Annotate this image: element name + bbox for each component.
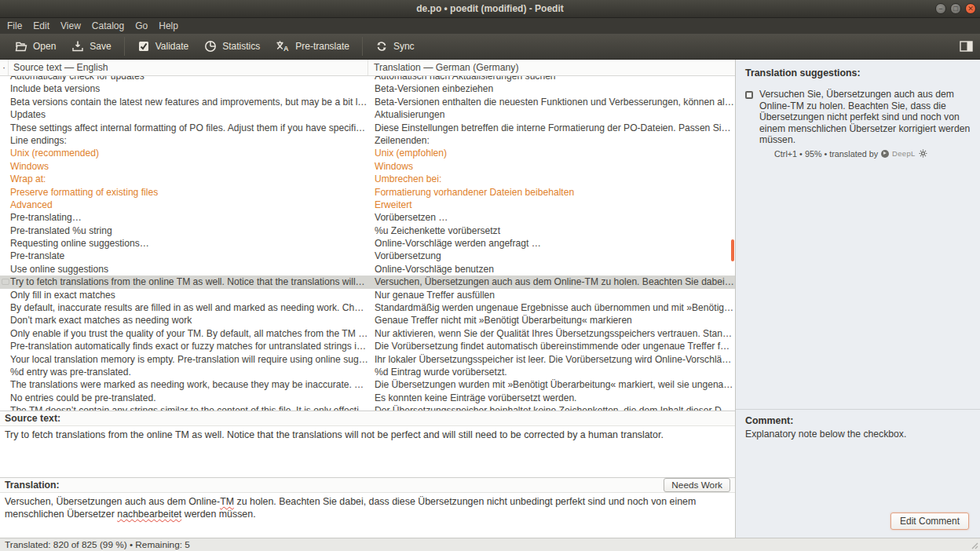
pretranslate-button[interactable]: A Pre-translate xyxy=(268,36,357,57)
list-row[interactable]: Line endings:Zeilenenden: xyxy=(0,134,735,147)
list-row[interactable]: These settings affect internal formattin… xyxy=(0,122,735,134)
list-row[interactable]: Pre-translateVorübersetzung xyxy=(0,250,735,262)
menu-file[interactable]: File xyxy=(2,19,27,33)
source-text-bar: Source text: xyxy=(0,411,735,426)
list-row[interactable]: Wrap at:Umbrechen bei: xyxy=(0,173,735,185)
list-row[interactable]: %d entry was pre-translated.%d Eintrag w… xyxy=(0,366,735,378)
translation-cell: Online-Vorschläge benutzen xyxy=(369,263,735,276)
column-header-translation[interactable]: Translation — German (Germany) xyxy=(368,60,735,75)
open-button[interactable]: Open xyxy=(7,36,64,57)
translation-cell: Umbrechen bei: xyxy=(369,173,735,185)
suggestion-meta: Ctrl+1 • 95% • translated by DeepL xyxy=(759,146,972,159)
list-row[interactable]: The translations were marked as needing … xyxy=(0,378,735,391)
edit-comment-button[interactable]: Edit Comment xyxy=(890,513,969,530)
list-row[interactable]: Only enable if you trust the quality of … xyxy=(0,327,735,340)
list-row[interactable]: Pre-translation automatically finds exac… xyxy=(0,340,735,352)
scrollbar-thumb[interactable] xyxy=(731,239,734,261)
suggestion-item[interactable]: Versuchen Sie, Übersetzungen auch aus de… xyxy=(736,78,980,159)
translation-cell: Versuchen, Übersetzungen auch aus dem On… xyxy=(369,276,735,288)
translation-cell: Der Übersetzungsspeicher beinhaltet kein… xyxy=(369,404,735,411)
save-button[interactable]: Save xyxy=(64,36,119,57)
row-marker xyxy=(0,392,9,404)
gear-icon[interactable] xyxy=(919,149,927,158)
toolbar-separator xyxy=(362,37,363,56)
close-icon[interactable]: ✕ xyxy=(965,3,976,14)
list-row[interactable]: Automatically check for updatesAutomatis… xyxy=(0,76,735,82)
sidebar: Translation suggestions: Versuchen Sie, … xyxy=(735,60,980,538)
list-row[interactable]: WindowsWindows xyxy=(0,160,735,173)
translation-cell: Vorübersetzung xyxy=(369,250,735,262)
list-row[interactable]: Try to fetch translations from the onlin… xyxy=(0,276,735,288)
svg-text:A: A xyxy=(283,45,289,53)
validate-button[interactable]: Validate xyxy=(130,36,196,57)
list-row[interactable]: UpdatesAktualisierungen xyxy=(0,108,735,121)
list-row[interactable]: By default, inaccurate results are fille… xyxy=(0,301,735,314)
poedit-window: de.po • poedit (modified) - Poedit − □ ✕… xyxy=(0,0,980,551)
row-marker xyxy=(0,122,9,134)
deepl-logo-icon xyxy=(881,150,889,158)
source-cell: Include beta versions xyxy=(9,82,369,95)
translation-cell: Online-Vorschläge werden angefragt … xyxy=(369,237,735,250)
needs-work-button[interactable]: Needs Work xyxy=(664,478,730,492)
list-row[interactable]: Pre-translated %u string%u Zeichenkette … xyxy=(0,224,735,237)
source-cell: These settings affect internal formattin… xyxy=(9,122,369,134)
list-row[interactable]: AdvancedErweitert xyxy=(0,199,735,211)
translation-cell: Nur genaue Treffer ausfüllen xyxy=(369,289,735,301)
row-marker xyxy=(0,134,9,147)
translation-cell: Vorübersetzen … xyxy=(369,211,735,224)
row-marker xyxy=(0,314,9,327)
list-row[interactable]: The TM doesn’t contain any strings simil… xyxy=(0,404,735,411)
list-row[interactable]: Your local translation memory is empty. … xyxy=(0,353,735,366)
menu-view[interactable]: View xyxy=(55,19,86,33)
translation-editor[interactable]: Versuchen, Übersetzungen auch aus dem On… xyxy=(0,494,735,538)
menu-catalog[interactable]: Catalog xyxy=(86,19,130,33)
menu-help[interactable]: Help xyxy=(153,19,184,33)
source-cell: Use online suggestions xyxy=(9,263,369,276)
row-marker xyxy=(0,366,9,378)
row-marker xyxy=(0,224,9,237)
list-row[interactable]: No entries could be pre-translated.Es ko… xyxy=(0,392,735,404)
maximize-icon[interactable]: □ xyxy=(950,3,961,14)
row-marker xyxy=(0,186,9,199)
source-cell: Pre-translating… xyxy=(9,211,369,224)
minimize-icon[interactable]: − xyxy=(935,3,946,14)
open-icon xyxy=(15,40,27,53)
list-row[interactable]: Use online suggestionsOnline-Vorschläge … xyxy=(0,263,735,276)
source-cell: Preserve formatting of existing files xyxy=(9,186,369,199)
translation-cell: Unix (empfohlen) xyxy=(369,147,735,159)
suggestion-provider: DeepL xyxy=(892,149,916,158)
statistics-button[interactable]: Statistics xyxy=(196,36,268,57)
row-marker xyxy=(0,173,9,185)
sync-icon xyxy=(375,40,388,53)
translation-cell: Automatisch nach Aktualisierungen suchen xyxy=(369,76,735,82)
row-marker xyxy=(0,301,9,314)
row-marker xyxy=(0,353,9,366)
menu-edit[interactable]: Edit xyxy=(27,19,55,33)
row-marker xyxy=(0,211,9,224)
resize-grip-icon[interactable] xyxy=(970,541,978,549)
column-header-source[interactable]: Source text — English xyxy=(9,60,368,75)
list-row[interactable]: Unix (recommended)Unix (empfohlen) xyxy=(0,147,735,159)
list-body: Automatically check for updatesAutomatis… xyxy=(0,76,735,411)
comment-panel: Comment: Explanatory note below the chec… xyxy=(736,409,980,445)
source-cell: Pre-translation automatically finds exac… xyxy=(9,340,369,352)
list-row[interactable]: Include beta versionsBeta-Versionen einb… xyxy=(0,82,735,95)
list-row[interactable]: Preserve formatting of existing filesFor… xyxy=(0,186,735,199)
list-row[interactable]: Don’t mark exact matches as needing work… xyxy=(0,314,735,327)
toolbar: Open Save Validate Statistics A Pre-tran… xyxy=(0,34,980,60)
menu-go[interactable]: Go xyxy=(130,19,153,33)
translation-cell: Die Übersetzungen wurden mit »Benötigt Ü… xyxy=(369,378,735,391)
source-cell: Advanced xyxy=(9,199,369,211)
row-marker xyxy=(0,263,9,276)
sync-button[interactable]: Sync xyxy=(368,36,422,57)
row-marker xyxy=(0,378,9,391)
list-row[interactable]: Beta versions contain the latest new fea… xyxy=(0,96,735,108)
list-row[interactable]: Pre-translating…Vorübersetzen … xyxy=(0,211,735,224)
translation-label: Translation: xyxy=(5,480,60,491)
translation-cell: Standardmäßig werden ungenaue Ergebnisse… xyxy=(369,301,735,314)
list-row[interactable]: Requesting online suggestions…Online-Vor… xyxy=(0,237,735,250)
sidebar-toggle-icon[interactable] xyxy=(960,41,973,52)
comment-text: Explanatory note below the checkbox. xyxy=(745,426,971,440)
list-row[interactable]: Only fill in exact matchesNur genaue Tre… xyxy=(0,289,735,301)
translation-cell: Windows xyxy=(369,160,735,173)
